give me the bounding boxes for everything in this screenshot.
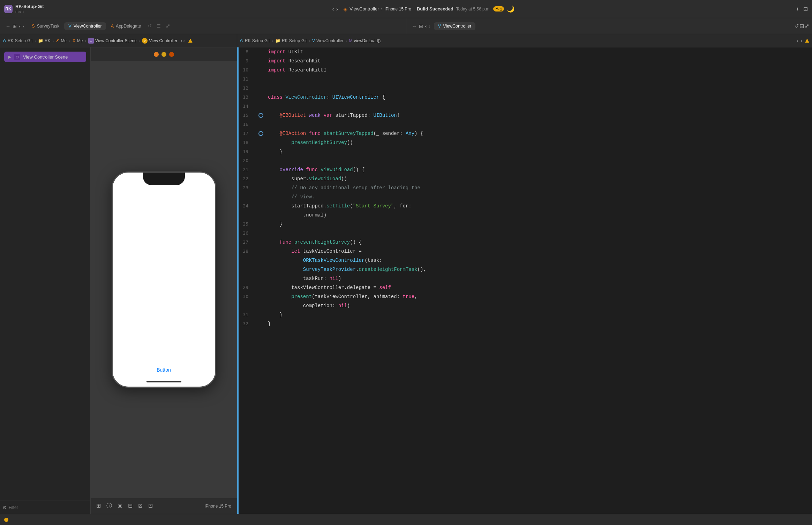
scheme-selector[interactable]: ◈ ViewController › iPhone 15 Pro	[344, 6, 411, 12]
scheme-icon: ◈	[344, 6, 347, 12]
bottom-split-v-icon[interactable]: ⊡	[148, 502, 153, 510]
code-line-cont: .normal)	[268, 211, 805, 220]
tab-grid-right[interactable]: ⊞	[419, 23, 423, 29]
tab-refresh-icon[interactable]: ↺	[146, 23, 154, 29]
line-number-31: 31	[237, 310, 253, 319]
add-button[interactable]: +	[796, 6, 799, 12]
darkmode-toggle[interactable]: 🌙	[507, 5, 514, 13]
branch-name: main	[15, 9, 44, 14]
bottom-page-icon[interactable]: ⊟	[128, 502, 133, 510]
title-bar-center: ‹ › ◈ ViewController › iPhone 15 Pro Bui…	[78, 5, 769, 13]
code-line-14	[268, 102, 805, 111]
bc-r-file[interactable]: V ViewController	[312, 38, 344, 43]
tab-appdelegate[interactable]: A AppDelegate	[107, 22, 145, 30]
canvas-toolbar	[91, 47, 237, 61]
build-status: Build Succeeded Today at 5:56 p.m. ⚠ 1 🌙	[417, 5, 515, 13]
code-line-10: import ResearchKitUI	[268, 66, 805, 75]
bc-vc[interactable]: V View Controller	[142, 38, 177, 44]
code-line-32: }	[268, 319, 805, 328]
bc-r-nav-back[interactable]: ‹	[797, 38, 798, 43]
filter-input[interactable]	[9, 505, 88, 510]
tab-back-left[interactable]: ↔	[6, 23, 10, 29]
line-number-23: 23	[237, 183, 253, 192]
ib-content: ▶ ⊡ View Controller Scene ⊙	[0, 47, 237, 514]
canvas-body[interactable]: → Button	[91, 61, 237, 498]
bc-folder1[interactable]: 📁 RK	[38, 38, 51, 43]
bottom-split-h-icon[interactable]: ⊠	[138, 502, 143, 510]
line-number-15: 15	[237, 111, 253, 120]
status-bar	[0, 514, 812, 525]
sidebar-item-view-controller-scene[interactable]: ▶ ⊡ View Controller Scene	[4, 52, 86, 62]
line-number-22: 22	[237, 174, 253, 183]
code-line-26	[268, 229, 805, 238]
line-number-21: 21	[237, 165, 253, 174]
line-number-10: 10	[237, 66, 253, 75]
bc-file1[interactable]: ✗ Me	[56, 38, 67, 43]
code-editor[interactable]: 8910111213141516171819202122232425262728…	[237, 47, 812, 514]
sidebar-space	[0, 66, 90, 501]
build-status-text: Build Succeeded	[417, 6, 453, 12]
canvas-dot-3	[169, 52, 174, 57]
nav-forward-icon[interactable]: ›	[336, 6, 338, 12]
line-number-20: 20	[237, 156, 253, 165]
code-line-25: }	[268, 220, 805, 229]
bc-r-method[interactable]: M viewDidLoad()	[349, 38, 381, 43]
bc-scene[interactable]: ⊡ View Controller Scene	[88, 38, 137, 44]
bc-file2-icon: ✗	[72, 38, 76, 43]
line-number-32: 32	[237, 319, 253, 328]
tab-expand-icon[interactable]: ⤢	[164, 23, 172, 29]
tab-view-controller-right[interactable]: V ViewController	[434, 22, 475, 30]
tab-section-left: ↔ ⊞ ‹ › S SurveyTask V ViewController A …	[0, 18, 406, 34]
tab-grid-left[interactable]: ⊞	[13, 23, 17, 29]
line-number-28: 28	[237, 247, 253, 256]
tab-inspector-right[interactable]: ⊟	[799, 23, 804, 29]
app-name: RK-Setup-Git	[15, 4, 44, 9]
canvas-bottom-bar: ⊞ ⓘ ◉ ⊟ ⊠ ⊡ iPhone 15 Pro	[91, 498, 237, 514]
breadcrumb-bar-right: ⊙ RK-Setup-Git › 📁 RK-Setup-Git › V View…	[237, 34, 812, 47]
scene-icon: ⊡	[14, 54, 20, 60]
bc-r-folder[interactable]: 📁 RK-Setup-Git	[275, 38, 307, 43]
bottom-icons: ⊞ ⓘ ◉ ⊟ ⊠ ⊡	[96, 502, 153, 510]
tree-item-label: View Controller Scene	[23, 54, 68, 60]
bc-project[interactable]: ⊙ RK-Setup-Git	[3, 38, 32, 43]
canvas-area: → Button ⊞ ⓘ ◉	[91, 47, 237, 514]
bc-scene-label: View Controller Scene	[95, 38, 137, 43]
tab-list-icon[interactable]: ☰	[155, 23, 163, 29]
bottom-info-icon[interactable]: ⓘ	[106, 502, 112, 510]
tab-view-controller-left[interactable]: V ViewController	[64, 22, 106, 30]
bc-chevron: ‹ ›	[181, 38, 185, 43]
filter-icon: ⊙	[3, 505, 7, 510]
bottom-frame-icon[interactable]: ⊞	[96, 502, 101, 510]
build-time: Today at 5:56 p.m.	[456, 7, 491, 12]
nav-back-icon[interactable]: ‹	[332, 6, 334, 12]
bc-r-file-icon: V	[312, 38, 315, 43]
bc-r-controls: ‹ ›	[797, 38, 809, 43]
breadcrumb-bar-left: ⊙ RK-Setup-Git › 📁 RK › ✗ Me › ✗ Me › ⊡ …	[0, 34, 237, 47]
tab-nav-fwd-left[interactable]: ›	[23, 23, 24, 29]
tab-back-right[interactable]: ↔	[412, 23, 417, 29]
canvas-dot-1	[154, 52, 159, 57]
bc-file2[interactable]: ✗ Me	[72, 38, 83, 43]
bc-r-project[interactable]: ⊙ RK-Setup-Git	[240, 38, 270, 43]
tab-survey-icon: S	[32, 24, 35, 29]
layout-button[interactable]: ⊡	[803, 6, 808, 12]
sidebar-tree: ▶ ⊡ View Controller Scene	[0, 47, 90, 66]
code-line-16	[268, 120, 805, 129]
tab-refresh-right[interactable]: ↺	[794, 23, 799, 29]
code-content: import UIKitimport ResearchKitimport Res…	[265, 47, 812, 514]
line-number-8: 8	[237, 47, 253, 56]
main-content: ⊙ RK-Setup-Git › 📁 RK › ✗ Me › ✗ Me › ⊡ …	[0, 34, 812, 514]
line-number-12: 12	[237, 84, 253, 93]
code-line-cont: taskRun: nil)	[268, 274, 805, 283]
bc-r-nav-fwd[interactable]: ›	[801, 38, 802, 43]
line-number-18: 18	[237, 138, 253, 147]
tab-expand-right[interactable]: ⤢	[805, 23, 809, 29]
code-line-cont: ORKTaskViewController(task:	[268, 256, 805, 265]
tab-nav-back-left[interactable]: ‹	[19, 23, 21, 29]
tab-nav-fwd-right[interactable]: ›	[429, 23, 430, 29]
app-info: RK RK-Setup-Git main	[4, 4, 74, 14]
bottom-record-icon[interactable]: ◉	[118, 502, 122, 510]
status-dot	[4, 518, 8, 522]
tab-nav-back-right[interactable]: ‹	[425, 23, 427, 29]
tab-survey-task[interactable]: S SurveyTask	[28, 22, 63, 30]
